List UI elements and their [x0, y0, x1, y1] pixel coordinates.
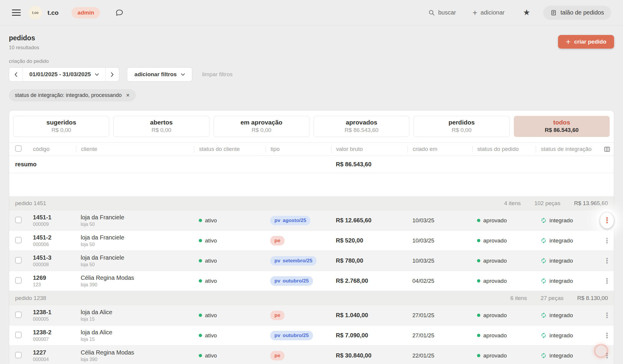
table-row[interactable]: 1238-1000005loja da Aliceloja 15ativopeR… [9, 305, 614, 325]
status-dot-icon [199, 279, 202, 282]
plus-icon: + [566, 39, 570, 45]
row-checkbox[interactable] [15, 332, 22, 338]
type-badge-value: setembro/25 [283, 258, 312, 264]
client-sub: loja 390 [81, 282, 194, 288]
chat-icon[interactable] [115, 9, 123, 17]
client-name: Célia Regina Modas [81, 274, 194, 281]
gross-value: R$ 7.090,00 [331, 332, 408, 339]
order-code: 1238-1 [33, 309, 76, 316]
date-range-value: 01/01/2025 - 31/03/2025 [29, 71, 91, 78]
order-pad-button[interactable]: talão de pedidos [543, 6, 611, 20]
tab-label: abertos [114, 119, 209, 126]
order-code-sub: 123 [33, 282, 76, 288]
app-logo[interactable]: t.co [28, 6, 42, 20]
actions-cell: ⋮ [600, 257, 614, 264]
tab-value: R$ 0,00 [214, 127, 309, 133]
row-checkbox[interactable] [15, 237, 22, 243]
summary-value: R$ 86.543,60 [331, 161, 408, 168]
clear-filters-button[interactable]: limpar filtros [202, 71, 233, 78]
type-badge-label: pe [274, 238, 280, 244]
type-badge-pv: pvagosto/25 [270, 216, 310, 225]
date-next-button[interactable] [105, 68, 119, 81]
close-icon[interactable]: ✕ [126, 92, 130, 98]
order-status: aprovado [483, 278, 507, 284]
client-sub: loja 390 [81, 357, 194, 362]
actions-cell: ⋮ [600, 237, 614, 244]
row-actions-menu[interactable]: ⋮ [603, 257, 611, 264]
row-actions-menu-spotlight[interactable]: ⋮ [600, 213, 614, 229]
table-row[interactable]: 1451-3000008loja da Francieleloja 50ativ… [9, 251, 614, 271]
filter-chip[interactable]: status de integração: integrado, process… [9, 89, 136, 101]
row-actions-menu[interactable]: ⋮ [603, 312, 611, 319]
tab-value: R$ 0,00 [14, 127, 109, 133]
client-status: ativo [205, 332, 217, 339]
gross-value: R$ 780,00 [331, 257, 408, 264]
client-status: ativo [205, 258, 217, 264]
status-tab-abertos[interactable]: abertosR$ 0,00 [113, 116, 209, 137]
status-dot-icon [199, 334, 202, 337]
row-checkbox[interactable] [15, 277, 22, 284]
row-checkbox[interactable] [15, 257, 22, 264]
order-status-cell: aprovado [472, 278, 536, 284]
row-actions-menu[interactable]: ⋮ [603, 332, 611, 339]
row-checkbox[interactable] [15, 312, 22, 318]
client-name: loja da Franciele [81, 214, 194, 221]
type-badge-pe: pe [270, 311, 285, 320]
actions-cell: ⋮ [600, 312, 614, 319]
row-actions-menu[interactable]: ⋮ [603, 352, 611, 359]
table-row[interactable]: 1238-2000007loja da Aliceloja 15ativopvo… [9, 325, 614, 346]
order-code: 1451-3 [33, 254, 76, 261]
star-icon[interactable]: ★ [523, 9, 530, 17]
date-range-dropdown[interactable]: 01/01/2025 - 31/03/2025 [23, 68, 105, 81]
menu-icon[interactable] [12, 8, 21, 17]
client-cell: loja da Francieleloja 50 [76, 234, 194, 247]
table-row[interactable]: 1227000004Célia Regina Modasloja 390ativ… [9, 346, 614, 364]
table-row[interactable]: 1451-1000009loja da Francieleloja 50ativ… [9, 210, 614, 231]
sync-icon [541, 258, 547, 264]
order-status-cell: aprovado [472, 217, 536, 224]
code-cell: 1451-3000008 [28, 254, 76, 267]
add-button[interactable]: + adicionar [473, 9, 505, 16]
row-actions-menu[interactable]: ⋮ [603, 237, 611, 244]
search-button[interactable]: buscar [428, 9, 456, 16]
select-all-checkbox[interactable] [15, 145, 22, 152]
columns-icon[interactable] [600, 146, 614, 153]
status-tab-todos[interactable]: todosR$ 86.543,60 [514, 116, 610, 137]
actions-cell: ⋮ [600, 332, 614, 339]
table-row[interactable]: 1451-2000006loja da Francieleloja 50ativ… [9, 231, 614, 251]
orders-card: sugeridosR$ 0,00abertosR$ 0,00em aprovaç… [9, 110, 614, 364]
client-status-cell: ativo [194, 312, 266, 319]
status-tab-sugeridos[interactable]: sugeridosR$ 0,00 [13, 116, 109, 137]
status-dot-icon [199, 219, 202, 222]
table-row[interactable]: 1269123Célia Regina Modasloja 390ativopv… [9, 271, 614, 291]
orders-table-body: pedido 14514 itens102 peçasR$ 13.965,601… [9, 196, 614, 364]
type-badge-label: pv [274, 218, 280, 223]
row-actions-menu[interactable]: ⋮ [603, 277, 611, 285]
create-order-button[interactable]: + criar pedido [558, 35, 614, 49]
add-filters-button[interactable]: adicionar filtros [127, 67, 192, 82]
row-checkbox[interactable] [15, 352, 22, 358]
group-header: pedido 12386 itens27 peçasR$ 8.130,00 [9, 291, 614, 305]
date-prev-button[interactable] [9, 68, 23, 81]
status-tab-perdidos[interactable]: perdidosR$ 0,00 [414, 116, 509, 137]
results-count: 10 resultados [9, 45, 39, 51]
filter-section-label: criação do pedido [9, 58, 614, 64]
chevron-down-icon [181, 73, 185, 76]
order-code-sub: 000008 [33, 262, 76, 267]
status-tab-em-aprovação[interactable]: em aprovaçãoR$ 0,00 [214, 116, 309, 137]
order-status: aprovado [483, 312, 507, 319]
client-sub: loja 15 [81, 337, 194, 342]
chevron-left-icon [14, 72, 18, 77]
sync-icon [541, 278, 547, 284]
status-tabs: sugeridosR$ 0,00abertosR$ 0,00em aprovaç… [9, 111, 614, 142]
row-checkbox[interactable] [15, 217, 22, 223]
integration-cell: integrado [536, 278, 600, 284]
order-status-cell: aprovado [472, 258, 536, 264]
code-cell: 1238-1000005 [28, 309, 76, 322]
column-header-status-do-cliente: status do cliente [194, 146, 266, 152]
client-name: loja da Alice [81, 309, 194, 316]
status-tab-aprovados[interactable]: aprovadosR$ 86.543,60 [314, 116, 409, 137]
tab-value: R$ 0,00 [414, 127, 509, 133]
type-badge-value: outubro/25 [283, 278, 309, 284]
sync-icon [541, 217, 547, 223]
